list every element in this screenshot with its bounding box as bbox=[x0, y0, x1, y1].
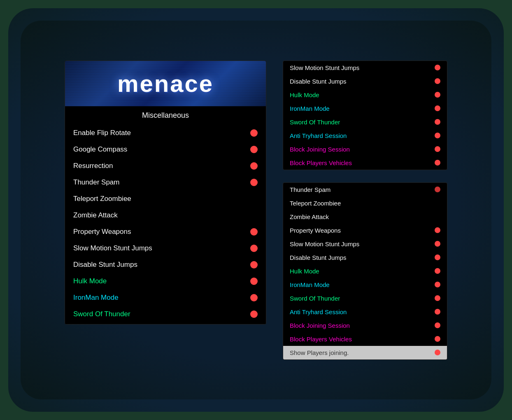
right-item-label: Zombie Attack bbox=[290, 213, 329, 220]
right-item-label: IronMan Mode bbox=[290, 105, 330, 112]
right-toggle-dot[interactable] bbox=[435, 268, 440, 274]
logo-banner: menace bbox=[65, 61, 266, 106]
menu-item-label: Google Compass bbox=[73, 145, 127, 154]
right-panel-bottom: Thunder SpamTeleport ZoombieeZombie Atta… bbox=[283, 182, 447, 360]
right-menu-item[interactable]: Hulk Mode bbox=[283, 264, 447, 278]
right-panels: Slow Motion Stunt JumpsDisable Stunt Jum… bbox=[283, 61, 447, 360]
right-menu-item[interactable]: Disable Stunt Jumps bbox=[283, 75, 447, 88]
right-toggle-dot[interactable] bbox=[435, 119, 440, 125]
right-toggle-dot[interactable] bbox=[435, 350, 440, 355]
toggle-dot[interactable] bbox=[250, 294, 258, 301]
right-item-label: IronMan Mode bbox=[290, 281, 330, 288]
right-item-label: Disable Stunt Jumps bbox=[290, 78, 347, 85]
right-toggle-dot[interactable] bbox=[435, 241, 440, 247]
right-toggle-dot[interactable] bbox=[435, 336, 440, 342]
right-menu-item[interactable]: Anti Tryhard Session bbox=[283, 305, 447, 319]
right-menu-item[interactable]: Block Joining Session bbox=[283, 142, 447, 156]
toggle-dot[interactable] bbox=[250, 212, 258, 219]
menu-item-label: Thunder Spam bbox=[73, 178, 119, 187]
right-toggle-dot[interactable] bbox=[435, 254, 440, 260]
menu-item-label: Zombie Attack bbox=[73, 211, 118, 219]
left-menu-item[interactable]: Thunder Spam bbox=[65, 174, 266, 191]
right-menu-item[interactable]: Block Joining Session bbox=[283, 319, 447, 332]
right-item-label: Hulk Mode bbox=[290, 268, 319, 275]
left-menu-item[interactable]: Resurrection bbox=[65, 158, 266, 174]
right-item-label: Block Joining Session bbox=[290, 322, 350, 329]
right-item-label: Block Players Vehicles bbox=[290, 336, 352, 343]
right-item-label: Anti Tryhard Session bbox=[290, 132, 347, 139]
right-toggle-dot[interactable] bbox=[435, 146, 440, 152]
left-menu-item[interactable]: Slow Motion Stunt Jumps bbox=[65, 240, 266, 257]
right-toggle-dot[interactable] bbox=[435, 187, 440, 192]
menu-item-label: Sword Of Thunder bbox=[73, 310, 130, 318]
right-menu-item[interactable]: IronMan Mode bbox=[283, 278, 447, 292]
right-item-label: Slow Motion Stunt Jumps bbox=[290, 240, 359, 247]
right-toggle-dot[interactable] bbox=[435, 92, 440, 98]
right-menu-item[interactable]: Thunder Spam bbox=[283, 183, 447, 196]
right-menu-item[interactable]: Hulk Mode bbox=[283, 88, 447, 102]
toggle-dot[interactable] bbox=[250, 179, 258, 186]
left-menu-item[interactable]: Teleport Zoombiee bbox=[65, 191, 266, 207]
toggle-dot[interactable] bbox=[250, 278, 258, 285]
left-menu-list: Enable Flip RotateGoogle CompassResurrec… bbox=[65, 123, 266, 324]
left-menu-item[interactable]: Sword Of Thunder bbox=[65, 306, 266, 322]
right-menu-item[interactable]: Slow Motion Stunt Jumps bbox=[283, 237, 447, 251]
left-menu-item[interactable]: Zombie Attack bbox=[65, 207, 266, 224]
right-menu-item[interactable]: Slow Motion Stunt Jumps bbox=[283, 61, 447, 75]
left-menu-item[interactable]: Disable Stunt Jumps bbox=[65, 257, 266, 273]
right-item-label: Block Players Vehicles bbox=[290, 159, 352, 166]
toggle-dot[interactable] bbox=[250, 129, 258, 137]
menu-item-label: Teleport Zoombiee bbox=[73, 195, 131, 203]
right-toggle-dot[interactable] bbox=[435, 227, 440, 233]
right-toggle-dot[interactable] bbox=[435, 105, 440, 111]
toggle-dot[interactable] bbox=[250, 162, 258, 170]
right-toggle-dot[interactable] bbox=[435, 322, 440, 328]
menu-item-label: Property Weapons bbox=[73, 228, 131, 236]
menu-item-label: Slow Motion Stunt Jumps bbox=[73, 244, 152, 252]
logo-text: menace bbox=[117, 70, 214, 97]
right-toggle-dot[interactable] bbox=[435, 309, 440, 315]
right-menu-item[interactable]: Block Players Vehicles bbox=[283, 156, 447, 170]
menu-item-label: Resurrection bbox=[73, 162, 113, 170]
right-menu-item[interactable]: Show Players joining. bbox=[283, 346, 447, 359]
left-menu-item[interactable]: Property Weapons bbox=[65, 224, 266, 240]
right-menu-item[interactable]: Property Weapons bbox=[283, 224, 447, 237]
left-menu-item[interactable]: Hulk Mode bbox=[65, 273, 266, 289]
right-menu-item[interactable]: Block Players Vehicles bbox=[283, 332, 447, 346]
right-toggle-dot[interactable] bbox=[435, 160, 440, 166]
left-panel: menace Miscellaneous Enable Flip RotateG… bbox=[65, 61, 266, 324]
right-toggle-dot[interactable] bbox=[435, 133, 440, 138]
toggle-dot[interactable] bbox=[250, 228, 258, 236]
content-wrapper: menace Miscellaneous Enable Flip RotateG… bbox=[48, 44, 464, 376]
right-toggle-dot[interactable] bbox=[435, 282, 440, 287]
right-item-label: Thunder Spam bbox=[290, 186, 330, 193]
right-menu-item[interactable]: Anti Tryhard Session bbox=[283, 129, 447, 142]
toggle-dot[interactable] bbox=[250, 195, 258, 203]
right-item-label: Show Players joining. bbox=[290, 349, 349, 356]
menu-item-label: Hulk Mode bbox=[73, 277, 107, 285]
right-menu-item[interactable]: Sword Of Thunder bbox=[283, 292, 447, 305]
toggle-dot[interactable] bbox=[250, 310, 258, 318]
right-item-label: Block Joining Session bbox=[290, 146, 350, 153]
toggle-dot[interactable] bbox=[250, 261, 258, 268]
left-menu-item[interactable]: Google Compass bbox=[65, 141, 266, 158]
left-menu-item[interactable]: IronMan Mode bbox=[65, 289, 266, 306]
right-menu-item[interactable]: Teleport Zoombiee bbox=[283, 196, 447, 210]
right-toggle-dot[interactable] bbox=[435, 200, 440, 206]
left-menu-item[interactable]: Enable Flip Rotate bbox=[65, 125, 266, 141]
right-menu-item[interactable]: IronMan Mode bbox=[283, 102, 447, 115]
right-menu-item[interactable]: Zombie Attack bbox=[283, 210, 447, 224]
right-panel-top: Slow Motion Stunt JumpsDisable Stunt Jum… bbox=[283, 61, 447, 170]
right-toggle-dot[interactable] bbox=[435, 295, 440, 301]
right-item-label: Anti Tryhard Session bbox=[290, 308, 347, 315]
right-toggle-dot[interactable] bbox=[435, 214, 440, 219]
right-item-label: Sword Of Thunder bbox=[290, 295, 340, 302]
toggle-dot[interactable] bbox=[250, 146, 258, 153]
toggle-dot[interactable] bbox=[250, 245, 258, 252]
panel-title: Miscellaneous bbox=[65, 106, 266, 123]
right-item-label: Disable Stunt Jumps bbox=[290, 254, 347, 261]
right-toggle-dot[interactable] bbox=[435, 78, 440, 84]
right-menu-item[interactable]: Disable Stunt Jumps bbox=[283, 251, 447, 264]
right-menu-item[interactable]: Sword Of Thunder bbox=[283, 115, 447, 129]
right-toggle-dot[interactable] bbox=[435, 65, 440, 70]
